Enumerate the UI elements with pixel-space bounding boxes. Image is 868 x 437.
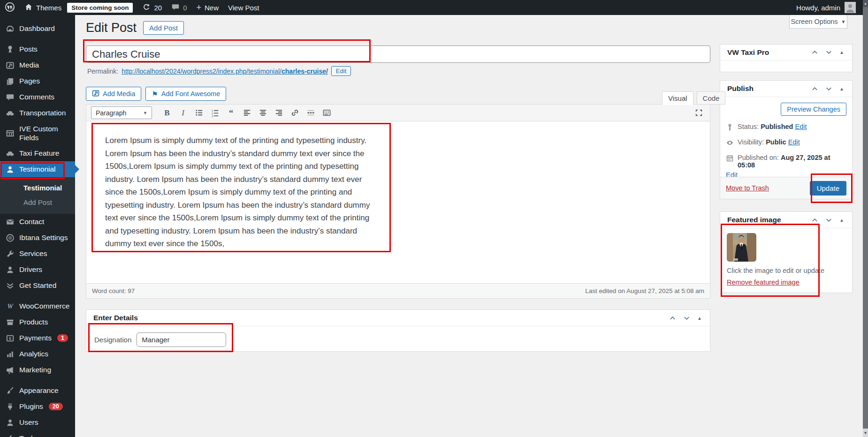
view-post-link[interactable]: View Post [223, 0, 264, 15]
account-menu[interactable]: Howdy, admin [796, 2, 868, 13]
sidebar-item-contact[interactable]: Contact [0, 214, 75, 230]
pages-icon [6, 77, 15, 86]
svg-text:$: $ [9, 336, 11, 340]
sidebar-item-taxi-feature[interactable]: Taxi Feature [0, 145, 75, 161]
sidebar-item-services[interactable]: Services [0, 246, 75, 262]
payments-icon: $ [6, 334, 15, 343]
add-media-button[interactable]: Add Media [86, 87, 141, 101]
submenu-item-add-post[interactable]: Add Post [0, 195, 75, 210]
page-title: Edit Post [86, 21, 137, 35]
update-button[interactable]: Update [810, 181, 846, 196]
align-center-icon[interactable] [256, 107, 269, 119]
move-down-icon[interactable] [683, 315, 690, 322]
updates-menu[interactable]: 20 [137, 0, 167, 15]
wordpress-logo-menu[interactable] [0, 0, 20, 15]
bulleted-list-icon[interactable] [192, 107, 206, 119]
move-up-icon[interactable] [811, 85, 818, 92]
collapse-toggle-icon[interactable]: ▲ [839, 218, 844, 223]
align-right-icon[interactable] [272, 107, 285, 119]
edit-status-link[interactable]: Edit [795, 123, 807, 130]
screen-options-button[interactable]: Screen Options ▼ [789, 15, 847, 29]
tab-code[interactable]: Code [697, 91, 726, 105]
sidebar-item-plugins[interactable]: Plugins20 [0, 399, 75, 414]
publish-title: Publish [727, 84, 754, 93]
sidebar-item-get-started[interactable]: Get Started [0, 278, 75, 294]
permalink-row: Permalink: http://localhost/2024/wordpre… [87, 66, 351, 76]
toolbar-toggle-icon[interactable] [320, 107, 333, 119]
collapse-toggle-icon[interactable]: ▲ [839, 50, 844, 55]
sidebar-item-label: Get Started [19, 281, 56, 290]
move-down-icon[interactable] [825, 49, 832, 56]
post-title-input[interactable] [86, 45, 710, 63]
publish-box: Publish ▲ Preview Changes Status: Publis… [720, 80, 853, 199]
site-menu[interactable]: Themes [20, 0, 66, 15]
sidebar-item-label: Users [19, 418, 38, 427]
sidebar-item-posts[interactable]: Posts [0, 41, 75, 57]
fullscreen-icon[interactable] [692, 107, 705, 119]
comments-menu[interactable]: 0 [167, 0, 191, 15]
howdy-text: Howdy, admin [796, 4, 840, 12]
media-icon [6, 61, 15, 70]
last-edited: Last edited on August 27, 2025 at 5:08 a… [585, 287, 704, 294]
sidebar-item-ive-custom-fields[interactable]: IVE Custom Fields [0, 121, 75, 145]
sidebar-item-users[interactable]: Users [0, 414, 75, 430]
permalink-edit-button[interactable]: Edit [331, 66, 351, 76]
link-icon[interactable] [288, 107, 301, 119]
collapse-toggle-icon[interactable]: ▲ [839, 86, 844, 91]
editor-content-area[interactable]: Lorem Ipsum is simply dummy text of the … [86, 121, 710, 283]
sidebar-item-tools[interactable]: Tools [0, 430, 75, 437]
sidebar-item-label: Products [19, 318, 48, 326]
sidebar-item-testimonial[interactable]: Testimonial [0, 161, 75, 177]
wrench-icon [6, 249, 15, 258]
move-up-icon[interactable] [811, 217, 818, 224]
add-post-button[interactable]: Add Post [143, 21, 184, 35]
designation-label: Designation [94, 336, 131, 344]
submenu-item-testimonial[interactable]: Testimonial [0, 181, 75, 195]
sidebar-item-appearance[interactable]: Appearance [0, 383, 75, 399]
scroll-down-icon[interactable]: ▼ [863, 429, 868, 437]
sidebar-item-pages[interactable]: Pages [0, 73, 75, 89]
sidebar-item-analytics[interactable]: Analytics [0, 346, 75, 362]
preview-changes-button[interactable]: Preview Changes [781, 103, 846, 116]
tab-visual[interactable]: Visual [662, 91, 693, 105]
designation-input[interactable] [137, 332, 226, 347]
svg-text:“: “ [228, 108, 233, 117]
remove-featured-image-link[interactable]: Remove featured image [727, 279, 799, 286]
sidebar-item-products[interactable]: Products [0, 314, 75, 330]
permalink-label: Permalink: [87, 68, 118, 75]
featured-image-caption: Click the image to edit or update [727, 267, 845, 274]
add-font-awesome-button[interactable]: ⚑ Add Font Awesome [145, 87, 226, 101]
scroll-up-icon[interactable]: ▲ [863, 0, 868, 7]
paragraph-select[interactable]: Paragraph ▼ [91, 106, 152, 119]
sidebar-item-payments[interactable]: $Payments1 [0, 330, 75, 346]
align-left-icon[interactable] [240, 107, 253, 119]
sidebar-item-transportation[interactable]: Transportation [0, 105, 75, 121]
move-down-icon[interactable] [825, 217, 832, 224]
chevron-down-icon: ▼ [841, 19, 846, 24]
grid-table-icon [6, 129, 15, 138]
permalink-link[interactable]: http://localhost/2024/wordpress2/index.p… [122, 68, 328, 75]
edit-visibility-link[interactable]: Edit [788, 138, 800, 146]
sidebar-item-woocommerce[interactable]: WWooCommerce [0, 298, 75, 314]
read-more-icon[interactable] [304, 107, 317, 119]
blockquote-icon[interactable]: “ [224, 107, 237, 119]
collapse-toggle-icon[interactable]: ▲ [697, 316, 702, 321]
sidebar-item-ibtana-settings[interactable]: Ibtana Settings [0, 230, 75, 246]
numbered-list-icon[interactable]: 123 [208, 107, 221, 119]
move-up-icon[interactable] [669, 315, 676, 322]
move-down-icon[interactable] [825, 85, 832, 92]
sidebar-item-drivers[interactable]: Drivers [0, 262, 75, 278]
italic-icon[interactable]: I [176, 107, 190, 119]
sidebar-item-media[interactable]: Media [0, 57, 75, 73]
move-to-trash-link[interactable]: Move to Trash [726, 184, 769, 192]
bold-icon[interactable]: B [160, 107, 174, 119]
sidebar-item-marketing[interactable]: Marketing [0, 362, 75, 378]
move-up-icon[interactable] [811, 49, 818, 56]
sidebar-item-comments[interactable]: Comments [0, 89, 75, 105]
scrollbar[interactable]: ▲ ▼ [863, 0, 868, 437]
ibtana-icon [6, 234, 15, 242]
plug-icon [6, 402, 15, 411]
sidebar-item-dashboard[interactable]: Dashboard [0, 21, 75, 37]
featured-image-thumbnail[interactable] [727, 233, 756, 262]
new-menu[interactable]: + New [191, 0, 223, 15]
